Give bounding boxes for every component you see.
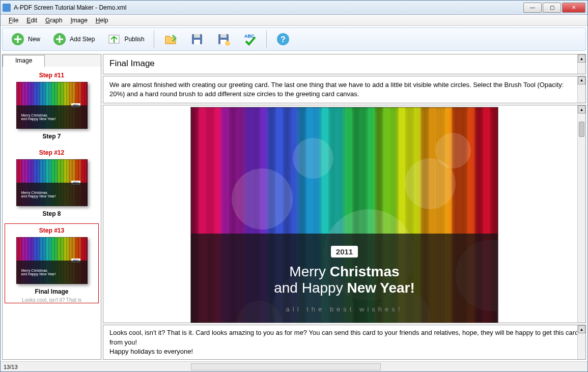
step-header: Step #13: [5, 224, 98, 237]
save-as-icon: [216, 32, 231, 46]
title-panel: Final Image ▲: [103, 54, 586, 74]
scrollbar[interactable]: ▲: [577, 54, 585, 74]
thumbnail-list[interactable]: Step #112011Merry Christmasand Happy New…: [3, 67, 101, 359]
tab-image[interactable]: Image: [3, 55, 45, 67]
menu-graph[interactable]: Graph: [41, 16, 66, 25]
titlebar: A-PDF Screen Tutorial Maker - Demo.xml ―…: [1, 1, 587, 15]
svg-rect-5: [194, 40, 200, 44]
content-area: Image Step #112011Merry Christmasand Hap…: [2, 54, 586, 360]
publish-button[interactable]: Publish: [102, 30, 149, 48]
card-text-overlay: 2011 Merry Christmas and Happy New Year!…: [191, 234, 498, 323]
page-counter: 13/13: [4, 364, 18, 370]
app-icon: [3, 4, 11, 12]
sidebar: Image Step #112011Merry Christmasand Hap…: [2, 54, 101, 360]
thumbnail-label: Step 7: [5, 129, 99, 142]
scrollbar[interactable]: ▲: [577, 76, 585, 103]
horizontal-scrollbar[interactable]: [191, 363, 381, 370]
spellcheck-icon: ABC: [243, 32, 257, 46]
publish-label: Publish: [124, 36, 144, 43]
folder-icon: [163, 32, 178, 46]
menu-image[interactable]: Image: [66, 16, 91, 25]
footer-panel: Looks cool, isn't it? That is it. Card l…: [103, 325, 586, 360]
menu-help[interactable]: Help: [92, 16, 113, 25]
svg-text:?: ?: [281, 35, 286, 44]
publish-icon: [107, 32, 121, 46]
thumbnail-image: 2011Merry Christmasand Happy New Year!: [16, 82, 88, 129]
image-panel: 2011 Merry Christmas and Happy New Year!…: [103, 105, 586, 323]
help-icon: ?: [276, 32, 290, 46]
thumbnail-image: 2011Merry Christmasand Happy New Year!: [16, 159, 88, 206]
card-wishes: all the best wishes!: [286, 305, 403, 313]
new-icon: [11, 32, 25, 46]
scrollbar[interactable]: ▲: [577, 105, 585, 323]
open-folder-button[interactable]: [158, 30, 183, 48]
svg-point-9: [225, 41, 230, 46]
toolbar: New Add Step Publish ABC ?: [2, 27, 586, 51]
add-step-label: Add Step: [70, 36, 95, 43]
footer-text-1: Looks cool, isn't it? That is it. Card l…: [109, 328, 579, 347]
new-button[interactable]: New: [6, 30, 45, 48]
step-header: Step #12: [5, 146, 99, 159]
window-title: A-PDF Screen Tutorial Maker - Demo.xml: [14, 4, 523, 11]
svg-text:ABC: ABC: [244, 34, 255, 39]
step-description: We are almost finished with creating our…: [109, 81, 564, 98]
help-button[interactable]: ?: [271, 30, 295, 48]
close-button[interactable]: ✕: [562, 3, 585, 13]
save-button[interactable]: [185, 30, 209, 48]
statusbar: 13/13: [1, 361, 587, 371]
spellcheck-button[interactable]: ABC: [238, 30, 262, 48]
year-badge: 2011: [331, 246, 358, 257]
thumbnail-label: Final Image: [5, 284, 98, 297]
card-line-1: Merry Christmas: [289, 264, 399, 280]
add-step-button[interactable]: Add Step: [47, 30, 100, 48]
menubar: File Edit Graph Image Help: [1, 15, 587, 26]
thumbnail-item[interactable]: Step #112011Merry Christmasand Happy New…: [5, 69, 99, 142]
app-window: A-PDF Screen Tutorial Maker - Demo.xml ―…: [0, 0, 588, 372]
new-label: New: [28, 36, 40, 43]
maximize-button[interactable]: ▢: [543, 3, 561, 13]
scrollbar[interactable]: ▲: [577, 325, 585, 359]
description-panel: We are almost finished with creating our…: [103, 76, 586, 103]
thumbnail-label: Step 8: [5, 206, 99, 219]
card-line-2: and Happy New Year!: [274, 280, 415, 296]
svg-rect-4: [194, 34, 200, 38]
svg-rect-7: [220, 34, 227, 38]
minimize-button[interactable]: ―: [523, 3, 542, 13]
window-controls: ― ▢ ✕: [523, 3, 585, 13]
save-icon: [190, 32, 204, 46]
toolbar-separator: [266, 31, 267, 48]
thumbnail-item[interactable]: Step #122011Merry Christmasand Happy New…: [5, 146, 99, 219]
add-step-icon: [52, 32, 67, 46]
main-area: Final Image ▲ We are almost finished wit…: [103, 54, 586, 360]
toolbar-separator: [154, 31, 154, 48]
save-as-button[interactable]: [211, 30, 236, 48]
thumbnail-image: 2011Merry Christmasand Happy New Year!: [16, 237, 88, 284]
step-title: Final Image: [109, 59, 155, 68]
thumbnail-desc: Looks cool, isn't it? That is: [5, 297, 98, 303]
greeting-card-image: 2011 Merry Christmas and Happy New Year!…: [190, 107, 498, 323]
menu-edit[interactable]: Edit: [22, 16, 41, 25]
footer-text-2: Happy holidays to everyone!: [109, 347, 579, 356]
sidebar-tabs: Image: [3, 54, 101, 67]
step-header: Step #11: [5, 69, 99, 82]
thumbnail-item[interactable]: Step #132011Merry Christmasand Happy New…: [5, 223, 99, 303]
menu-file[interactable]: File: [5, 16, 22, 25]
